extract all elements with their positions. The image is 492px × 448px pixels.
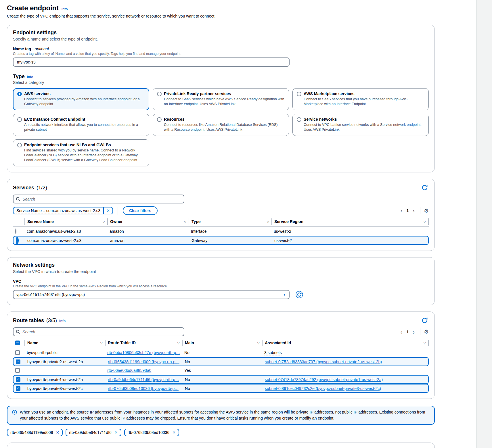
route-tables-info-link[interactable]: Info <box>59 319 66 323</box>
sort-icon[interactable]: ▽ <box>99 341 103 345</box>
tile-resources[interactable]: Resources Connect to resources like Amaz… <box>153 114 289 136</box>
row-checkbox-checked[interactable] <box>16 386 20 391</box>
vpc-select[interactable]: vpc-0eb11514a74631e5f (byovpc-vpc) ▼ <box>13 290 290 299</box>
route-tables-refresh-button[interactable] <box>421 316 429 324</box>
tile-ec2-instance-connect[interactable]: EC2 Instance Connect Endpoint An elastic… <box>13 114 149 136</box>
radio-icon[interactable] <box>157 92 162 96</box>
tile-title: Service networks <box>304 117 337 122</box>
page-header: Create endpoint Info <box>7 4 435 12</box>
service-row-gateway[interactable]: com.amazonaws.us-west-2.s3 amazon Gatewa… <box>13 236 429 245</box>
tile-privatelink-partner-services[interactable]: PrivateLink Ready partner services Conne… <box>153 88 289 110</box>
route-table-id-link[interactable]: rtb-0a9ddbe64c1711df6 (byovpc-rtb-p… <box>108 377 179 382</box>
route-table-id-link[interactable]: rtb-06ae0dbd6a88593a0 <box>107 368 151 373</box>
column-header-service-name[interactable]: Service Name▽ <box>24 218 107 225</box>
clear-filters-button[interactable]: Clear filters <box>123 206 158 215</box>
name-tag-help: Creates a tag with a key of 'Name' and a… <box>13 52 429 56</box>
name-tag-input[interactable] <box>13 57 290 67</box>
route-table-id-link[interactable]: rtb-0f65438d1199ed009 (byovpc-rtb-p… <box>108 359 179 364</box>
route-tables-preferences-gear-icon[interactable]: ⚙ <box>424 328 429 335</box>
route-table-row-private2[interactable]: byovpc-rtb-private2-us-west-2b rtb-0f654… <box>13 357 429 366</box>
region-cell: us-west-2 <box>272 237 428 244</box>
route-tables-search[interactable] <box>13 327 184 336</box>
sort-icon[interactable]: ▽ <box>182 220 186 224</box>
search-icon <box>16 197 20 201</box>
services-preferences-gear-icon[interactable]: ⚙ <box>424 207 429 214</box>
type-tile-group: AWS services Connect to services provide… <box>13 88 429 166</box>
vpc-refresh-button[interactable] <box>295 291 303 299</box>
tile-endpoint-services-nlb-gwlb[interactable]: Endpoint services that use NLBs and GWLB… <box>13 139 149 166</box>
filter-chip-remove-icon[interactable]: ✕ <box>103 207 112 214</box>
previous-page-icon[interactable]: ‹ <box>399 208 404 214</box>
tile-description: Connect to SaaS services which have AWS … <box>164 97 285 107</box>
filter-chip-label[interactable]: Service Name = com.amazonaws.us-west-2.s… <box>14 207 103 214</box>
token-remove-icon[interactable]: ✕ <box>172 430 176 435</box>
tile-aws-marketplace-services[interactable]: AWS Marketplace services Connect to SaaS… <box>292 88 429 110</box>
select-all-checkbox[interactable] <box>15 341 20 345</box>
sort-icon[interactable]: ▽ <box>422 341 426 345</box>
radio-icon[interactable] <box>157 117 162 122</box>
column-header-type[interactable]: Type▽ <box>189 218 271 225</box>
associated-subnet-link[interactable]: subnet-0f752ad83333ad707 (byovpc-subnet-… <box>265 359 382 364</box>
route-table-row-public[interactable]: byovpc-rtb-public rtb-0bba10806b33cb27e … <box>13 348 429 357</box>
next-page-icon[interactable]: › <box>411 329 416 335</box>
column-header-associated-id[interactable]: Associated Id▽ <box>262 340 429 346</box>
tile-service-networks[interactable]: Service networks Connect to VPC Lattice … <box>292 114 429 136</box>
route-table-row-private3[interactable]: byovpc-rtb-private3-us-west-2c rtb-076fd… <box>13 384 429 393</box>
route-table-id-link[interactable]: rtb-076fdf3b08ed10036 (byovpc-rtb-p… <box>108 386 179 391</box>
column-header-route-table-id[interactable]: Route Table ID▽ <box>105 340 182 346</box>
column-header-name[interactable]: Name▽ <box>24 340 105 346</box>
refresh-icon <box>296 291 303 298</box>
route-table-token: rtb-0a9ddbe64c1711df6 ✕ <box>66 429 121 436</box>
route-table-id-link[interactable]: rtb-0bba10806b33cb27e (byovpc-rtb-p… <box>107 350 180 355</box>
route-table-row-main[interactable]: – rtb-06ae0dbd6a88593a0 Yes – <box>13 366 429 375</box>
radio-selected-icon[interactable] <box>16 237 19 244</box>
previous-page-icon[interactable]: ‹ <box>399 329 404 335</box>
radio-selected-icon[interactable] <box>17 92 22 96</box>
sort-icon[interactable]: ▽ <box>101 220 105 224</box>
route-table-row-private1[interactable]: byovpc-rtb-private1-us-west-2a rtb-0a9dd… <box>13 375 429 384</box>
tile-aws-services[interactable]: AWS services Connect to services provide… <box>13 88 149 110</box>
route-tables-search-input[interactable] <box>22 329 181 334</box>
route-tables-page-number[interactable]: 1 <box>405 330 410 334</box>
endpoint-settings-title: Endpoint settings <box>13 30 57 36</box>
sort-icon[interactable]: ▽ <box>256 341 260 345</box>
token-remove-icon[interactable]: ✕ <box>56 430 59 435</box>
associated-subnets-popover[interactable]: 3 subnets <box>264 350 282 355</box>
type-description: Select a category <box>13 80 429 85</box>
name-cell: byovpc-rtb-private3-us-west-2c <box>25 385 106 392</box>
toolbar-divider <box>420 207 420 214</box>
services-refresh-button[interactable] <box>421 184 429 192</box>
services-search[interactable] <box>13 195 184 203</box>
radio-icon[interactable] <box>17 117 22 122</box>
radio-icon[interactable] <box>297 92 301 96</box>
row-checkbox-checked[interactable] <box>16 359 20 364</box>
token-label: rtb-0f65438d1199ed009 <box>10 430 53 435</box>
name-tag-label: Name tag - optional <box>13 47 429 51</box>
row-checkbox-checked[interactable] <box>16 377 20 382</box>
collapsed-side-panel[interactable] <box>476 0 492 448</box>
page-info-link[interactable]: Info <box>62 7 68 11</box>
row-checkbox[interactable] <box>15 368 20 373</box>
owner-cell: amazon <box>108 237 189 244</box>
services-search-input[interactable] <box>22 197 181 202</box>
column-header-owner[interactable]: Owner▽ <box>107 218 189 225</box>
column-header-service-region[interactable]: Service Region▽ <box>271 218 429 225</box>
sort-icon[interactable]: ▽ <box>176 341 180 345</box>
radio-icon[interactable] <box>15 228 16 234</box>
type-info-link[interactable]: Info <box>27 75 33 79</box>
associated-subnet-link[interactable]: subnet-0f891cec049232c2e (byovpc-subnet-… <box>265 386 381 391</box>
next-page-icon[interactable]: › <box>411 208 416 214</box>
associated-subnet-link[interactable]: subnet-07418de78974ac292 (byovpc-subnet-… <box>265 377 383 382</box>
services-card: Services (1/2) Service Name = com.amazon… <box>7 179 435 251</box>
radio-icon[interactable] <box>17 143 22 147</box>
column-header-main[interactable]: Main▽ <box>182 340 262 346</box>
services-page-number[interactable]: 1 <box>405 208 410 213</box>
radio-icon[interactable] <box>297 117 301 122</box>
service-row-interface[interactable]: com.amazonaws.us-west-2.s3 amazon Interf… <box>13 227 429 236</box>
sort-icon[interactable]: ▽ <box>422 220 426 224</box>
token-remove-icon[interactable]: ✕ <box>114 430 118 435</box>
sort-icon[interactable]: ▽ <box>265 220 269 224</box>
tile-description: Connect to SaaS services that you have p… <box>304 97 424 107</box>
row-checkbox[interactable] <box>15 350 20 355</box>
toolbar-divider <box>420 328 420 335</box>
